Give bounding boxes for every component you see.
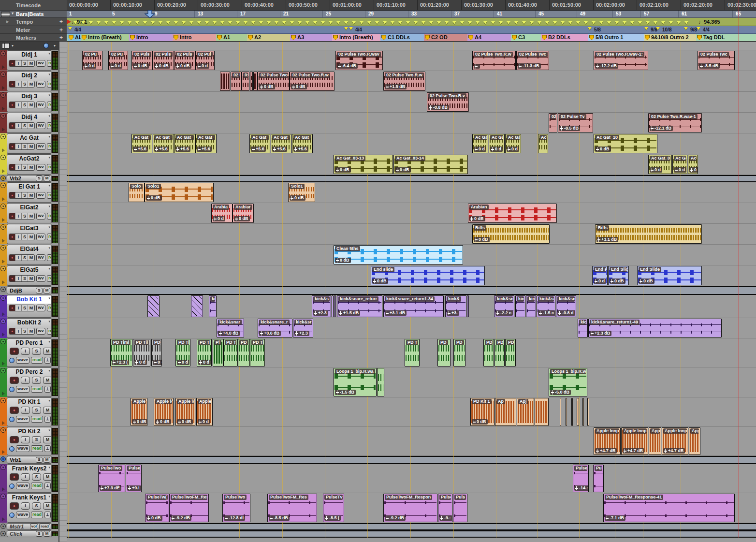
track-button-m[interactable]: M <box>28 81 34 87</box>
automation-read-button[interactable]: read <box>31 512 43 518</box>
clip-gain-badge[interactable]: +4.7 dB <box>623 448 644 454</box>
clip-02-pulse-two-r-wav-1-[interactable]: 02 Pulse Two.R.wav-1:-17.2 dB <box>594 51 648 70</box>
clip-gain-badge[interactable]: +2.3 dB <box>590 331 611 336</box>
tempo-event-icon[interactable] <box>646 21 650 24</box>
rec-input-solo-mute-group[interactable]: ●ISM <box>9 81 35 88</box>
playlist-arrow-icon[interactable] <box>2 280 5 284</box>
clip-ac-gat-[interactable]: Ac Gat_+5.6 <box>153 134 174 153</box>
tempo-event-icon[interactable] <box>468 21 472 24</box>
clip-apj[interactable]: Apj <box>517 398 534 426</box>
track-header-frank-keys2[interactable]: ▾Frank Keys2▾●ISMwaveread⊥ <box>0 464 58 493</box>
track-header-didj-4[interactable]: ▾Didj 4▾●ISMwvred <box>0 113 58 133</box>
ruler-label-meter[interactable]: Meter + <box>0 26 67 34</box>
clip-gain-badge[interactable]: 0 dB <box>155 419 171 425</box>
clip-end-slic[interactable]: End Slic0 dB <box>608 266 629 285</box>
marker-segment[interactable]: Intro <box>129 34 173 41</box>
clip-gain-badge[interactable]: 0 dB <box>372 278 388 284</box>
marker-segment[interactable]: A4 <box>467 34 511 41</box>
playlist-arrow-icon[interactable] <box>2 450 5 454</box>
track-button-i[interactable]: I <box>15 192 22 198</box>
tempo-event-icon[interactable] <box>638 21 642 24</box>
clip-gain-badge[interactable]: 0 dB <box>335 167 351 173</box>
clip-02-pul[interactable]: 02 Pul0 d <box>195 51 215 70</box>
tempo-event-icon[interactable] <box>159 21 162 24</box>
clip-pd[interactable]: PD <box>453 339 465 366</box>
track-button-i[interactable]: I <box>15 305 22 311</box>
track-button-m[interactable]: M <box>44 176 50 181</box>
track-button-s[interactable]: S <box>36 288 43 293</box>
marker-flag-icon[interactable] <box>174 35 178 40</box>
ruler-view-icon[interactable] <box>1 12 10 17</box>
track-header-acgat2[interactable]: ▾AcGat2▾●ISMwvred <box>0 154 58 175</box>
tempo-event-icon[interactable] <box>654 21 657 24</box>
clip-gain-badge[interactable]: +2.3 <box>294 331 309 336</box>
tempo-event-icon[interactable] <box>166 21 170 24</box>
record-enable-button[interactable]: ● <box>9 213 15 219</box>
clip-pul[interactable]: Pul <box>593 465 604 492</box>
clip-gain-badge[interactable]: 0 dB <box>177 419 193 425</box>
clip-ac-gat-[interactable]: Ac Gat_+5.6 <box>195 134 217 153</box>
track-header-elgat4[interactable]: ▾ElGat4▾●ISMwvred <box>0 245 58 265</box>
playlist-arrow-icon[interactable] <box>2 487 5 491</box>
track-menu-icon[interactable]: ▾ <box>48 267 50 271</box>
marker-flag-icon[interactable] <box>333 35 338 40</box>
clip-apple[interactable]: Apple0 dB <box>131 398 147 426</box>
expand-triangle-icon[interactable]: ▶ <box>6 20 9 24</box>
playlist-arrow-icon[interactable] <box>2 362 5 366</box>
clip-gain-badge[interactable]: -2.2 c <box>495 310 513 316</box>
record-enable-button[interactable]: ● <box>10 407 19 414</box>
clip-gain-badge[interactable]: 0 d <box>197 63 209 69</box>
clip-segment[interactable] <box>253 72 258 91</box>
marker-segment[interactable]: Tag DDL <box>696 34 756 41</box>
track-header-elgat3[interactable]: ▾ElGat3▾●ISMwvred <box>0 224 58 245</box>
ruler-label-markers[interactable]: Markers + <box>0 34 67 42</box>
clip-apple-lo[interactable]: Apple lo0 dB <box>154 398 174 426</box>
clip-pulsetw-[interactable]: PulseTw(0 dB <box>145 494 169 522</box>
clip-apple-loop[interactable]: Apple loop+4.7 dB <box>662 427 688 455</box>
waveform-view-button[interactable]: wv <box>36 213 45 220</box>
clip-segment[interactable] <box>582 398 584 426</box>
tempo-event-icon[interactable] <box>568 21 572 24</box>
waveform-view-button[interactable]: wave <box>16 512 29 518</box>
automation-read-button[interactable]: read <box>31 483 43 489</box>
clip-pd-ti[interactable]: PD Ti0 d <box>175 339 190 366</box>
track-header-elgat2[interactable]: ▾ElGat2▾●ISMwvred <box>0 203 58 224</box>
collapse-toggle-icon[interactable]: ▾ <box>0 368 6 373</box>
record-enable-button[interactable]: ● <box>9 192 15 198</box>
collapse-toggle-icon[interactable]: ▾ <box>0 339 6 344</box>
record-enable-button[interactable]: ● <box>9 164 15 170</box>
track-menu-icon[interactable]: ▾ <box>48 296 50 300</box>
clip-02-puls[interactable]: 02 Puls0 dB <box>153 51 174 70</box>
tempo-event-icon[interactable] <box>576 21 580 24</box>
clip-kick-snare-r[interactable]: kick&snare_r+0.6 dB <box>258 319 292 337</box>
clip-pulsetwofm-res[interactable]: PulseTwoFM_Res-9.2 dB <box>169 494 209 522</box>
clip-gain-badge[interactable]: 0 dB <box>234 216 250 221</box>
ruler-label-tempo[interactable]: ▶ Tempo + <box>0 18 67 26</box>
track-menu-icon[interactable]: ▾ <box>48 114 50 118</box>
clip-gain-badge[interactable]: -17.2 dB <box>595 63 618 69</box>
clip-gain-badge[interactable]: 0 d <box>474 146 486 152</box>
tempo-event-icon[interactable] <box>445 21 449 24</box>
clip-ki[interactable]: ki <box>209 295 217 317</box>
marker-flag-icon[interactable] <box>82 35 87 40</box>
track-menu-icon[interactable]: ▾ <box>48 369 50 373</box>
track-button-s[interactable]: S <box>32 377 41 384</box>
marker-segment[interactable]: Intro (Breath) <box>81 34 129 41</box>
track-header-ac-gat[interactable]: ▾Ac Gat▾●ISMwvred <box>0 133 58 154</box>
waveform-view-button[interactable]: wave <box>16 386 29 393</box>
automation-read-button[interactable]: red <box>47 102 52 108</box>
clip-ac[interactable]: Ac <box>538 134 548 153</box>
clip-loops-1-bip-r-w[interactable]: Loops 1_bip.R.w-5.0 dB <box>549 368 587 396</box>
clip-gain-badge[interactable]: 0 d <box>198 419 210 425</box>
track-button-i[interactable]: I <box>15 276 22 281</box>
track-button-m[interactable]: M <box>28 60 34 66</box>
track-button-i[interactable]: I <box>15 213 22 219</box>
tempo-event-icon[interactable] <box>151 21 155 24</box>
track-button-s[interactable]: S <box>22 102 28 108</box>
automation-read-button[interactable]: red <box>47 60 52 67</box>
marker-flag-icon[interactable] <box>291 35 296 40</box>
tempo-event-icon[interactable] <box>553 21 557 24</box>
track-resize-gutter[interactable] <box>58 42 67 542</box>
clip-loops-1-bip-r-wa[interactable]: Loops 1_bip.R.wa-1.5 dB <box>334 368 377 396</box>
clip-kick-sn[interactable]: kick&sn-0.8 d <box>556 295 576 317</box>
